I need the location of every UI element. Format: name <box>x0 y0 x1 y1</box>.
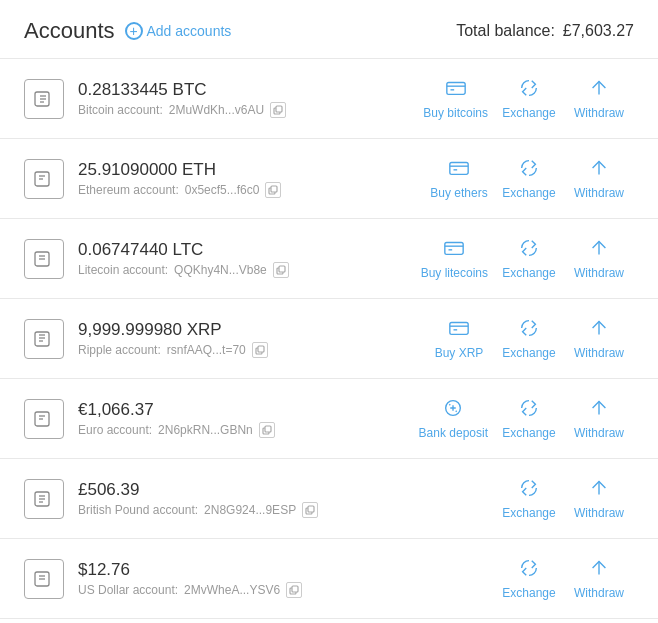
account-info-eth: 25.91090000 ETHEthereum account:0x5ecf5.… <box>78 160 424 198</box>
copy-address-button-usd[interactable] <box>286 582 302 598</box>
add-accounts-button[interactable]: + Add accounts <box>125 22 232 40</box>
page-title: Accounts <box>24 18 115 44</box>
account-type-gbp: British Pound account: <box>78 503 198 517</box>
buy-icon-ltc <box>443 237 465 262</box>
withdraw-icon-xrp <box>588 317 610 342</box>
buy-button-btc[interactable]: Buy bitcoins <box>417 73 494 124</box>
exchange-button-eur[interactable]: Exchange <box>494 393 564 444</box>
account-row: 0.06747440 LTCLitecoin account:QQKhy4N..… <box>0 219 658 299</box>
account-sub-gbp: British Pound account:2N8G924...9ESP <box>78 502 494 518</box>
add-accounts-label: Add accounts <box>147 23 232 39</box>
account-sub-xrp: Ripple account:rsnfAAQ...t=70 <box>78 342 424 358</box>
buy-label-eth: Buy ethers <box>430 186 487 200</box>
buy-icon-eur <box>442 397 464 422</box>
copy-address-button-gbp[interactable] <box>302 502 318 518</box>
withdraw-label-btc: Withdraw <box>574 106 624 120</box>
buy-icon-btc <box>445 77 467 102</box>
exchange-button-gbp[interactable]: Exchange <box>494 473 564 524</box>
account-info-gbp: £506.39British Pound account:2N8G924...9… <box>78 480 494 518</box>
copy-address-button-btc[interactable] <box>270 102 286 118</box>
account-info-xrp: 9,999.999980 XRPRipple account:rsnfAAQ..… <box>78 320 424 358</box>
account-address-btc: 2MuWdKh...v6AU <box>169 103 264 117</box>
buy-button-eur[interactable]: Bank deposit <box>413 393 494 444</box>
account-sub-eur: Euro account:2N6pkRN...GBNn <box>78 422 413 438</box>
exchange-icon-gbp <box>518 477 540 502</box>
exchange-label-usd: Exchange <box>502 586 555 600</box>
buy-label-eur: Bank deposit <box>419 426 488 440</box>
account-amount-btc: 0.28133445 BTC <box>78 80 417 100</box>
svg-rect-5 <box>276 106 282 112</box>
withdraw-button-eur[interactable]: Withdraw <box>564 393 634 444</box>
copy-address-button-xrp[interactable] <box>252 342 268 358</box>
exchange-label-btc: Exchange <box>502 106 555 120</box>
account-row: 9,999.999980 XRPRipple account:rsnfAAQ..… <box>0 299 658 379</box>
copy-address-button-ltc[interactable] <box>273 262 289 278</box>
exchange-button-eth[interactable]: Exchange <box>494 153 564 204</box>
account-sub-usd: US Dollar account:2MvWheA...YSV6 <box>78 582 494 598</box>
account-actions-xrp: Buy XRPExchangeWithdraw <box>424 313 634 364</box>
exchange-icon-usd <box>518 557 540 582</box>
withdraw-button-gbp[interactable]: Withdraw <box>564 473 634 524</box>
exchange-button-ltc[interactable]: Exchange <box>494 233 564 284</box>
account-actions-btc: Buy bitcoinsExchangeWithdraw <box>417 73 634 124</box>
withdraw-button-btc[interactable]: Withdraw <box>564 73 634 124</box>
buy-icon-eth <box>448 157 470 182</box>
exchange-icon-btc <box>518 77 540 102</box>
account-address-xrp: rsnfAAQ...t=70 <box>167 343 246 357</box>
withdraw-icon-eth <box>588 157 610 182</box>
account-row: £506.39British Pound account:2N8G924...9… <box>0 459 658 539</box>
withdraw-button-ltc[interactable]: Withdraw <box>564 233 634 284</box>
account-info-eur: €1,066.37Euro account:2N6pkRN...GBNn <box>78 400 413 438</box>
account-amount-eur: €1,066.37 <box>78 400 413 420</box>
exchange-label-xrp: Exchange <box>502 346 555 360</box>
account-icon-gbp <box>24 479 64 519</box>
withdraw-label-eth: Withdraw <box>574 186 624 200</box>
withdraw-button-xrp[interactable]: Withdraw <box>564 313 634 364</box>
withdraw-button-eth[interactable]: Withdraw <box>564 153 634 204</box>
svg-rect-15 <box>450 163 468 175</box>
copy-address-button-eth[interactable] <box>265 182 281 198</box>
buy-label-btc: Buy bitcoins <box>423 106 488 120</box>
plus-circle-icon: + <box>125 22 143 40</box>
account-amount-xrp: 9,999.999980 XRP <box>78 320 424 340</box>
account-sub-eth: Ethereum account:0x5ecf5...f6c0 <box>78 182 424 198</box>
account-address-ltc: QQKhy4N...Vb8e <box>174 263 267 277</box>
exchange-icon-eur <box>518 397 540 422</box>
withdraw-button-usd[interactable]: Withdraw <box>564 553 634 604</box>
account-icon-ltc <box>24 239 64 279</box>
account-amount-usd: $12.76 <box>78 560 494 580</box>
account-actions-gbp: ExchangeWithdraw <box>494 473 634 524</box>
account-type-btc: Bitcoin account: <box>78 103 163 117</box>
buy-button-eth[interactable]: Buy ethers <box>424 153 494 204</box>
exchange-button-xrp[interactable]: Exchange <box>494 313 564 364</box>
exchange-button-usd[interactable]: Exchange <box>494 553 564 604</box>
withdraw-label-xrp: Withdraw <box>574 346 624 360</box>
account-type-usd: US Dollar account: <box>78 583 178 597</box>
account-icon-eth <box>24 159 64 199</box>
exchange-icon-xrp <box>518 317 540 342</box>
account-icon-xrp <box>24 319 64 359</box>
exchange-button-btc[interactable]: Exchange <box>494 73 564 124</box>
account-actions-ltc: Buy litecoinsExchangeWithdraw <box>415 233 634 284</box>
account-amount-ltc: 0.06747440 LTC <box>78 240 415 260</box>
header-left: Accounts + Add accounts <box>24 18 231 44</box>
account-sub-ltc: Litecoin account:QQKhy4N...Vb8e <box>78 262 415 278</box>
exchange-icon-ltc <box>518 237 540 262</box>
withdraw-icon-btc <box>588 77 610 102</box>
svg-rect-56 <box>292 586 298 592</box>
account-info-usd: $12.76US Dollar account:2MvWheA...YSV6 <box>78 560 494 598</box>
svg-rect-34 <box>450 323 468 335</box>
buy-button-ltc[interactable]: Buy litecoins <box>415 233 494 284</box>
account-address-eth: 0x5ecf5...f6c0 <box>185 183 260 197</box>
svg-rect-50 <box>308 506 314 512</box>
buy-icon-xrp <box>448 317 470 342</box>
account-address-eur: 2N6pkRN...GBNn <box>158 423 253 437</box>
svg-rect-33 <box>258 346 264 352</box>
copy-address-button-eur[interactable] <box>259 422 275 438</box>
svg-rect-24 <box>445 243 463 255</box>
account-row: 0.28133445 BTCBitcoin account:2MuWdKh...… <box>0 59 658 139</box>
account-icon-usd <box>24 559 64 599</box>
buy-button-xrp[interactable]: Buy XRP <box>424 313 494 364</box>
account-sub-btc: Bitcoin account:2MuWdKh...v6AU <box>78 102 417 118</box>
account-actions-eth: Buy ethersExchangeWithdraw <box>424 153 634 204</box>
